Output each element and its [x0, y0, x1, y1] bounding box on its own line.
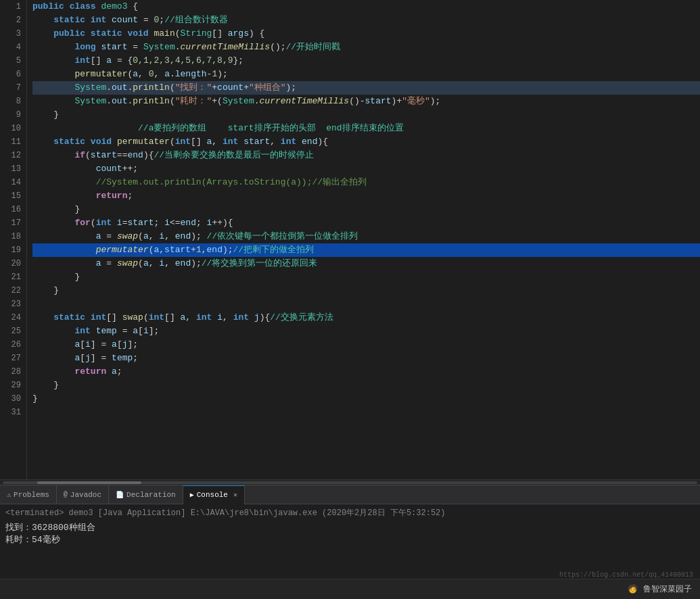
code-line-30: } [32, 392, 700, 406]
line-num-8: 8 [3, 95, 21, 108]
code-line-14: //System.out.println(Arrays.toString(a))… [32, 176, 700, 189]
code-line-29: } [32, 379, 700, 392]
console-badge: ✕ [233, 491, 237, 499]
line-num-1: 1 [3, 0, 21, 14]
line-num-30: 30 [3, 392, 21, 406]
code-line-8: System.out.println("耗时："+(System.current… [32, 95, 700, 108]
line-num-16: 16 [3, 203, 21, 216]
problems-icon: ⚠ [7, 491, 11, 499]
tab-declaration-label: Declaration [126, 491, 176, 499]
code-line-27: a[j] = temp; [32, 352, 700, 365]
line-num-22: 22 [3, 284, 21, 297]
line-num-6: 6 [3, 68, 21, 81]
line-num-27: 27 [3, 352, 21, 365]
editor-area: 1234567891011121314151617181920212223242… [0, 0, 700, 479]
code-line-2: static int count = 0;//组合数计数器 [32, 14, 700, 27]
line-num-23: 23 [3, 297, 21, 311]
line-num-3: 3 [3, 27, 21, 41]
code-line-17: for(int i=start; i<=end; i++){ [32, 216, 700, 230]
line-num-26: 26 [3, 338, 21, 352]
line-num-25: 25 [3, 325, 21, 338]
code-line-19: permutater(a,start+1,end);//把剩下的做全拍列 [32, 243, 700, 257]
line-num-24: 24 [3, 311, 21, 325]
code-line-20: a = swap(a, i, end);//将交换到第一位的还原回来 [32, 257, 700, 270]
code-line-24: static int[] swap(int[] a, int i, int j)… [32, 311, 700, 325]
status-bar: 🧑 鲁智深菜园子 https://blog.csdn.net/qq_414909… [0, 579, 700, 599]
scrollbar-thumb [37, 481, 141, 484]
tab-console[interactable]: ▶ Console ✕ [183, 485, 245, 504]
line-num-11: 11 [3, 135, 21, 149]
code-line-4: long start = System.currentTimeMillis();… [32, 41, 700, 54]
console-line1: 找到：3628800种组合 [5, 521, 695, 533]
console-line2: 耗时：54毫秒 [5, 533, 695, 546]
tab-javadoc[interactable]: @ Javadoc [57, 485, 109, 504]
line-num-18: 18 [3, 230, 21, 243]
line-num-10: 10 [3, 122, 21, 135]
code-line-11: static void permutater(int[] a, int star… [32, 135, 700, 149]
line-num-31: 31 [3, 406, 21, 419]
bottom-info: 🧑 鲁智深菜园子 [628, 583, 692, 595]
code-line-22: } [32, 284, 700, 297]
code-line-6: permutater(a, 0, a.length-1); [32, 68, 700, 81]
tab-problems-label: Problems [14, 491, 49, 499]
author-name: 鲁智深菜园子 [643, 583, 692, 595]
code-line-25: int temp = a[i]; [32, 325, 700, 338]
code-line-13: count++; [32, 162, 700, 176]
code-line-9: } [32, 108, 700, 122]
avatar-icon: 🧑 [628, 584, 638, 594]
console-terminated: <terminated> demo3 [Java Application] E:… [5, 507, 695, 519]
code-line-15: return; [32, 189, 700, 203]
line-num-4: 4 [3, 41, 21, 54]
line-num-21: 21 [3, 270, 21, 284]
code-content[interactable]: public class demo3 { static int count = … [27, 0, 700, 479]
watermark-url: https://blog.csdn.net/qq_41490913 [559, 571, 693, 579]
line-numbers: 1234567891011121314151617181920212223242… [0, 0, 27, 479]
javadoc-icon: @ [64, 491, 68, 498]
console-icon: ▶ [190, 491, 194, 499]
line-num-2: 2 [3, 14, 21, 27]
code-line-7: System.out.println("找到："+count+"种组合"); [32, 81, 700, 95]
code-line-21: } [32, 270, 700, 284]
declaration-icon: 📄 [116, 491, 124, 499]
tab-javadoc-label: Javadoc [70, 491, 101, 499]
line-num-13: 13 [3, 162, 21, 176]
code-line-1: public class demo3 { [32, 0, 700, 14]
tab-declaration[interactable]: 📄 Declaration [109, 485, 183, 504]
code-line-28: return a; [32, 365, 700, 379]
line-num-14: 14 [3, 176, 21, 189]
code-line-10: //a要拍列的数组 start排序开始的头部 end排序结束的位置 [32, 122, 700, 135]
line-num-17: 17 [3, 216, 21, 230]
code-line-3: public static void main(String[] args) { [32, 27, 700, 41]
line-num-12: 12 [3, 149, 21, 162]
console-output: <terminated> demo3 [Java Application] E:… [0, 504, 700, 579]
line-num-29: 29 [3, 379, 21, 392]
code-line-16: } [32, 203, 700, 216]
line-num-9: 9 [3, 108, 21, 122]
line-num-20: 20 [3, 257, 21, 270]
code-line-26: a[i] = a[j]; [32, 338, 700, 352]
code-line-5: int[] a = {0,1,2,3,4,5,6,7,8,9}; [32, 54, 700, 68]
scrollbar-track [3, 481, 697, 484]
line-num-15: 15 [3, 189, 21, 203]
horizontal-scrollbar[interactable] [0, 479, 700, 485]
tabs-bar: ⚠ Problems @ Javadoc 📄 Declaration ▶ Con… [0, 485, 700, 504]
line-num-7: 7 [3, 81, 21, 95]
bottom-panel: ⚠ Problems @ Javadoc 📄 Declaration ▶ Con… [0, 485, 700, 599]
code-line-23 [32, 297, 700, 311]
line-num-28: 28 [3, 365, 21, 379]
code-line-18: a = swap(a, i, end); //依次键每一个都拉倒第一位做全排列 [32, 230, 700, 243]
line-num-19: 19 [3, 243, 21, 257]
line-num-5: 5 [3, 54, 21, 68]
code-line-31 [32, 406, 700, 419]
tab-problems[interactable]: ⚠ Problems [0, 485, 57, 504]
tab-console-label: Console [197, 491, 228, 499]
code-line-12: if(start==end){//当剩余要交换的数是最后一的时候停止 [32, 149, 700, 162]
